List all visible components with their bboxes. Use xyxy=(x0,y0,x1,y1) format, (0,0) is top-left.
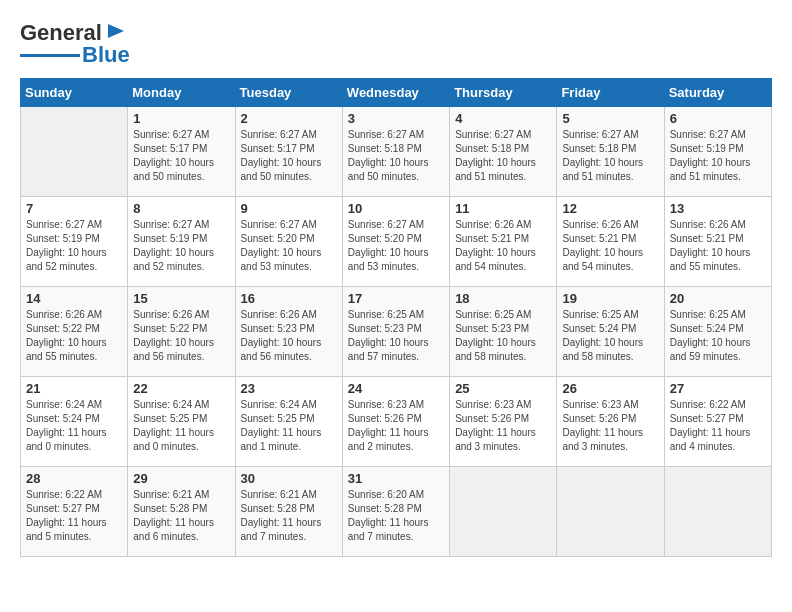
calendar-day-cell: 30 Sunrise: 6:21 AM Sunset: 5:28 PM Dayl… xyxy=(235,467,342,557)
day-number: 22 xyxy=(133,381,229,396)
calendar-day-cell: 18 Sunrise: 6:25 AM Sunset: 5:23 PM Dayl… xyxy=(450,287,557,377)
calendar-day-cell: 11 Sunrise: 6:26 AM Sunset: 5:21 PM Dayl… xyxy=(450,197,557,287)
day-number: 24 xyxy=(348,381,444,396)
calendar-day-cell: 10 Sunrise: 6:27 AM Sunset: 5:20 PM Dayl… xyxy=(342,197,449,287)
calendar-day-cell: 8 Sunrise: 6:27 AM Sunset: 5:19 PM Dayli… xyxy=(128,197,235,287)
page-header: General Blue xyxy=(20,20,772,68)
weekday-header-cell: Sunday xyxy=(21,79,128,107)
calendar-day-cell: 7 Sunrise: 6:27 AM Sunset: 5:19 PM Dayli… xyxy=(21,197,128,287)
day-info: Sunrise: 6:27 AM Sunset: 5:18 PM Dayligh… xyxy=(562,128,658,184)
calendar-day-cell: 9 Sunrise: 6:27 AM Sunset: 5:20 PM Dayli… xyxy=(235,197,342,287)
calendar-week-row: 7 Sunrise: 6:27 AM Sunset: 5:19 PM Dayli… xyxy=(21,197,772,287)
calendar-day-cell: 14 Sunrise: 6:26 AM Sunset: 5:22 PM Dayl… xyxy=(21,287,128,377)
day-info: Sunrise: 6:23 AM Sunset: 5:26 PM Dayligh… xyxy=(348,398,444,454)
day-number: 10 xyxy=(348,201,444,216)
day-number: 7 xyxy=(26,201,122,216)
logo-text-blue: Blue xyxy=(82,42,130,68)
day-info: Sunrise: 6:22 AM Sunset: 5:27 PM Dayligh… xyxy=(26,488,122,544)
day-number: 25 xyxy=(455,381,551,396)
calendar-day-cell xyxy=(557,467,664,557)
calendar-day-cell: 6 Sunrise: 6:27 AM Sunset: 5:19 PM Dayli… xyxy=(664,107,771,197)
day-info: Sunrise: 6:24 AM Sunset: 5:25 PM Dayligh… xyxy=(241,398,337,454)
day-info: Sunrise: 6:26 AM Sunset: 5:21 PM Dayligh… xyxy=(562,218,658,274)
day-info: Sunrise: 6:26 AM Sunset: 5:22 PM Dayligh… xyxy=(26,308,122,364)
weekday-header-cell: Monday xyxy=(128,79,235,107)
day-info: Sunrise: 6:26 AM Sunset: 5:22 PM Dayligh… xyxy=(133,308,229,364)
day-number: 23 xyxy=(241,381,337,396)
calendar-day-cell: 3 Sunrise: 6:27 AM Sunset: 5:18 PM Dayli… xyxy=(342,107,449,197)
day-number: 16 xyxy=(241,291,337,306)
calendar-body: 1 Sunrise: 6:27 AM Sunset: 5:17 PM Dayli… xyxy=(21,107,772,557)
day-info: Sunrise: 6:27 AM Sunset: 5:20 PM Dayligh… xyxy=(241,218,337,274)
calendar-week-row: 28 Sunrise: 6:22 AM Sunset: 5:27 PM Dayl… xyxy=(21,467,772,557)
day-info: Sunrise: 6:21 AM Sunset: 5:28 PM Dayligh… xyxy=(241,488,337,544)
day-number: 1 xyxy=(133,111,229,126)
day-info: Sunrise: 6:27 AM Sunset: 5:17 PM Dayligh… xyxy=(133,128,229,184)
day-number: 29 xyxy=(133,471,229,486)
calendar-week-row: 1 Sunrise: 6:27 AM Sunset: 5:17 PM Dayli… xyxy=(21,107,772,197)
day-number: 2 xyxy=(241,111,337,126)
calendar-day-cell xyxy=(21,107,128,197)
day-number: 18 xyxy=(455,291,551,306)
calendar-day-cell: 26 Sunrise: 6:23 AM Sunset: 5:26 PM Dayl… xyxy=(557,377,664,467)
day-info: Sunrise: 6:26 AM Sunset: 5:21 PM Dayligh… xyxy=(670,218,766,274)
weekday-header-cell: Friday xyxy=(557,79,664,107)
calendar-day-cell: 17 Sunrise: 6:25 AM Sunset: 5:23 PM Dayl… xyxy=(342,287,449,377)
calendar-day-cell: 20 Sunrise: 6:25 AM Sunset: 5:24 PM Dayl… xyxy=(664,287,771,377)
day-info: Sunrise: 6:25 AM Sunset: 5:23 PM Dayligh… xyxy=(455,308,551,364)
day-info: Sunrise: 6:23 AM Sunset: 5:26 PM Dayligh… xyxy=(562,398,658,454)
day-number: 30 xyxy=(241,471,337,486)
day-number: 6 xyxy=(670,111,766,126)
day-number: 26 xyxy=(562,381,658,396)
calendar-week-row: 21 Sunrise: 6:24 AM Sunset: 5:24 PM Dayl… xyxy=(21,377,772,467)
day-info: Sunrise: 6:25 AM Sunset: 5:24 PM Dayligh… xyxy=(562,308,658,364)
calendar-day-cell: 1 Sunrise: 6:27 AM Sunset: 5:17 PM Dayli… xyxy=(128,107,235,197)
logo-arrow-icon xyxy=(104,22,126,40)
calendar-day-cell: 27 Sunrise: 6:22 AM Sunset: 5:27 PM Dayl… xyxy=(664,377,771,467)
calendar-day-cell: 4 Sunrise: 6:27 AM Sunset: 5:18 PM Dayli… xyxy=(450,107,557,197)
svg-marker-0 xyxy=(108,24,124,38)
day-info: Sunrise: 6:25 AM Sunset: 5:24 PM Dayligh… xyxy=(670,308,766,364)
calendar-week-row: 14 Sunrise: 6:26 AM Sunset: 5:22 PM Dayl… xyxy=(21,287,772,377)
calendar-day-cell xyxy=(450,467,557,557)
day-number: 4 xyxy=(455,111,551,126)
day-info: Sunrise: 6:27 AM Sunset: 5:18 PM Dayligh… xyxy=(455,128,551,184)
calendar-day-cell: 28 Sunrise: 6:22 AM Sunset: 5:27 PM Dayl… xyxy=(21,467,128,557)
calendar-day-cell: 2 Sunrise: 6:27 AM Sunset: 5:17 PM Dayli… xyxy=(235,107,342,197)
calendar-day-cell xyxy=(664,467,771,557)
day-number: 14 xyxy=(26,291,122,306)
calendar-day-cell: 24 Sunrise: 6:23 AM Sunset: 5:26 PM Dayl… xyxy=(342,377,449,467)
day-info: Sunrise: 6:27 AM Sunset: 5:19 PM Dayligh… xyxy=(133,218,229,274)
weekday-header-cell: Saturday xyxy=(664,79,771,107)
calendar-day-cell: 19 Sunrise: 6:25 AM Sunset: 5:24 PM Dayl… xyxy=(557,287,664,377)
weekday-header-cell: Wednesday xyxy=(342,79,449,107)
day-info: Sunrise: 6:26 AM Sunset: 5:23 PM Dayligh… xyxy=(241,308,337,364)
day-number: 27 xyxy=(670,381,766,396)
calendar-day-cell: 23 Sunrise: 6:24 AM Sunset: 5:25 PM Dayl… xyxy=(235,377,342,467)
day-number: 20 xyxy=(670,291,766,306)
day-number: 11 xyxy=(455,201,551,216)
calendar-day-cell: 29 Sunrise: 6:21 AM Sunset: 5:28 PM Dayl… xyxy=(128,467,235,557)
day-info: Sunrise: 6:27 AM Sunset: 5:17 PM Dayligh… xyxy=(241,128,337,184)
day-number: 8 xyxy=(133,201,229,216)
calendar-day-cell: 25 Sunrise: 6:23 AM Sunset: 5:26 PM Dayl… xyxy=(450,377,557,467)
day-number: 3 xyxy=(348,111,444,126)
day-info: Sunrise: 6:24 AM Sunset: 5:24 PM Dayligh… xyxy=(26,398,122,454)
logo: General Blue xyxy=(20,20,130,68)
day-number: 19 xyxy=(562,291,658,306)
logo-underline xyxy=(20,54,80,57)
day-info: Sunrise: 6:26 AM Sunset: 5:21 PM Dayligh… xyxy=(455,218,551,274)
day-info: Sunrise: 6:22 AM Sunset: 5:27 PM Dayligh… xyxy=(670,398,766,454)
day-info: Sunrise: 6:27 AM Sunset: 5:19 PM Dayligh… xyxy=(670,128,766,184)
day-number: 28 xyxy=(26,471,122,486)
day-info: Sunrise: 6:27 AM Sunset: 5:18 PM Dayligh… xyxy=(348,128,444,184)
day-number: 9 xyxy=(241,201,337,216)
day-info: Sunrise: 6:24 AM Sunset: 5:25 PM Dayligh… xyxy=(133,398,229,454)
day-info: Sunrise: 6:27 AM Sunset: 5:20 PM Dayligh… xyxy=(348,218,444,274)
calendar-day-cell: 22 Sunrise: 6:24 AM Sunset: 5:25 PM Dayl… xyxy=(128,377,235,467)
day-number: 31 xyxy=(348,471,444,486)
calendar-table: SundayMondayTuesdayWednesdayThursdayFrid… xyxy=(20,78,772,557)
day-number: 15 xyxy=(133,291,229,306)
day-number: 21 xyxy=(26,381,122,396)
calendar-day-cell: 31 Sunrise: 6:20 AM Sunset: 5:28 PM Dayl… xyxy=(342,467,449,557)
